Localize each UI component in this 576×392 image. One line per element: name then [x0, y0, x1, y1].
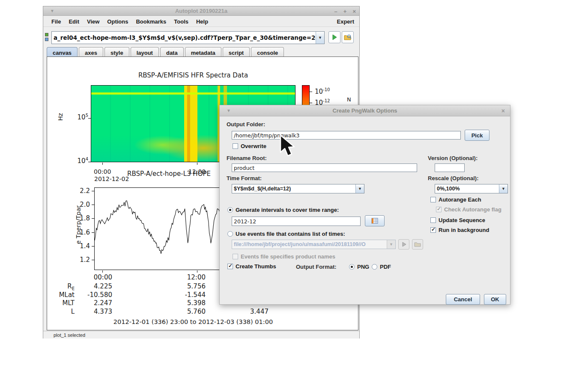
window-titlebar[interactable]: ▼ Autoplot 20190221a [43, 6, 359, 16]
chevron-down-icon[interactable]: ▼ [355, 184, 364, 193]
minimize-icon[interactable]: – [334, 8, 337, 15]
uri-dropdown-icon[interactable]: ▼ [316, 32, 324, 44]
tab-canvas[interactable]: canvas [47, 47, 78, 57]
check-autorange-flag-checkbox: Check Autorange flag [436, 206, 501, 213]
tab-metadata[interactable]: metadata [185, 47, 221, 57]
radio-dot [227, 231, 233, 237]
checkbox-box [233, 254, 238, 259]
dialog-title: Create PngWalk Options [220, 107, 510, 114]
time-range-field[interactable]: 2012-12 [232, 217, 361, 226]
pngwalk-dialog: ▼ Create PngWalk Options × Output Folder… [219, 105, 510, 305]
tick-mark [102, 270, 103, 273]
tick-mark [92, 260, 94, 260]
plot-element-icon [45, 33, 48, 36]
overwrite-checkbox[interactable]: Overwrite [233, 143, 266, 149]
chevron-down-icon: ▼ [387, 240, 395, 249]
menu-edit[interactable]: Edit [65, 18, 83, 25]
autorange-each-checkbox[interactable]: Autorange Each [430, 196, 481, 203]
ephemeris-row-label: L [51, 308, 75, 315]
menu-options[interactable]: Options [103, 18, 132, 25]
rescale-label: Rescale (Optional): [428, 175, 478, 181]
png-radio[interactable]: PNG [349, 264, 369, 270]
inspect-button[interactable] [342, 31, 354, 43]
play-icon [331, 34, 338, 41]
run-in-background-label: Run in background [439, 227, 489, 233]
filename-root-field[interactable]: product [232, 163, 417, 172]
lineplot-ytick: 1.8 [74, 214, 90, 222]
menu-help[interactable]: Help [192, 18, 212, 25]
checkbox-box [430, 217, 436, 223]
check-autorange-flag-label: Check Autorange flag [444, 206, 501, 213]
ephemeris-value: 4.225 [76, 282, 112, 290]
menubar: FileEditViewOptionsBookmarksToolsHelpExp… [43, 16, 359, 27]
colorbar-tick: 10-10 [315, 87, 330, 95]
dialog-close-icon[interactable]: × [501, 107, 505, 114]
update-sequence-label: Update Sequence [439, 217, 485, 223]
dialog-titlebar[interactable]: ▼ Create PngWalk Options × [220, 105, 510, 116]
ok-button[interactable]: OK [484, 294, 506, 305]
rescale-value: 0%,100% [435, 184, 499, 193]
tab-style[interactable]: style [104, 47, 129, 57]
output-format-label: Output Format: [296, 264, 337, 270]
spectrogram-ylabel: Hz [57, 113, 64, 121]
spectrogram-xtick: 00:00 [90, 168, 115, 175]
generate-intervals-radio[interactable]: Generate intervals to cover time range: [227, 207, 339, 213]
uri-input[interactable]: a_rel04_ect-hope-mom-l3_$Y$m$d_v$(v,sep)… [52, 32, 316, 44]
folder-icon [414, 241, 421, 247]
lineplot-ytick: 1.6 [74, 229, 90, 236]
checkbox-box [233, 143, 238, 149]
lineplot-ytick: 1.2 [74, 256, 90, 264]
folder-magnifier-icon [344, 34, 352, 41]
tab-script[interactable]: script [223, 47, 250, 57]
time-format-value: $Y$m$d_$(H,delta=12) [232, 184, 355, 193]
dialog-shade-icon[interactable]: ▼ [227, 108, 231, 113]
events-products-label: Events file specifies product names [241, 253, 335, 260]
play-icon [401, 241, 407, 247]
status-text: plot_1 selected [54, 333, 85, 338]
uri-combobox[interactable]: a_rel04_ect-hope-mom-l3_$Y$m$d_v$(v,sep)… [51, 31, 325, 44]
tab-axes[interactable]: axes [79, 47, 103, 57]
data-source-icon [45, 38, 48, 41]
tab-console[interactable]: console [251, 47, 284, 57]
checkbox-box [436, 207, 442, 212]
spectrogram-ytick: 104 [72, 157, 88, 165]
menu-tools[interactable]: Tools [170, 18, 192, 25]
events-open-button [412, 239, 423, 249]
close-icon[interactable]: × [352, 8, 356, 15]
tab-bar: canvasaxesstylelayoutdatametadatascriptc… [47, 47, 356, 57]
go-button[interactable] [328, 31, 340, 43]
version-field[interactable] [435, 163, 465, 172]
tick-mark [102, 163, 103, 165]
desktop: ▼ Autoplot 20190221a – + × FileEditViewO… [0, 0, 576, 392]
run-in-background-checkbox[interactable]: Run in background [430, 227, 489, 233]
calendar-button[interactable] [365, 215, 385, 226]
maximize-icon[interactable]: + [343, 8, 347, 15]
pdf-radio[interactable]: PDF [372, 264, 391, 270]
ephemeris-value: -1.544 [163, 291, 206, 299]
autorange-each-label: Autorange Each [439, 196, 481, 203]
lineplot-ytick: 2.0 [74, 201, 90, 208]
menu-view[interactable]: View [83, 18, 103, 25]
status-bar: plot_1 selected [43, 331, 359, 339]
tab-layout[interactable]: layout [131, 47, 159, 57]
tab-data[interactable]: data [160, 47, 184, 57]
pick-button[interactable]: Pick [465, 130, 489, 141]
menu-file[interactable]: File [48, 18, 65, 25]
chevron-down-icon[interactable]: ▼ [499, 184, 507, 193]
time-format-combo[interactable]: $Y$m$d_$(H,delta=12) ▼ [232, 184, 364, 193]
update-sequence-checkbox[interactable]: Update Sequence [430, 217, 485, 223]
cancel-button[interactable]: Cancel [446, 294, 480, 305]
spectrogram-xtick: 12:00 [184, 168, 210, 175]
checkbox-box [430, 227, 436, 233]
events-file-value: file:///home/jbf/project/juno/u/masafumi… [232, 240, 387, 249]
use-events-file-radio[interactable]: Use events file that contains list of ti… [227, 231, 345, 237]
ephemeris-value: 5.398 [163, 299, 206, 307]
window-shade-icon[interactable]: ▼ [50, 9, 54, 13]
create-thumbs-checkbox[interactable]: Create Thumbs [227, 263, 276, 270]
ephemeris-value: 2.247 [76, 299, 112, 307]
rescale-combo[interactable]: 0%,100% ▼ [435, 184, 508, 193]
spectrogram-title: RBSP-A/EMFISIS HFR Spectra Data [91, 71, 295, 79]
menu-bookmarks[interactable]: Bookmarks [132, 18, 170, 25]
expert-mode-label[interactable]: Expert [337, 18, 355, 25]
output-folder-field[interactable]: /home/jbf/tmp/pngwalk3 [232, 131, 461, 140]
